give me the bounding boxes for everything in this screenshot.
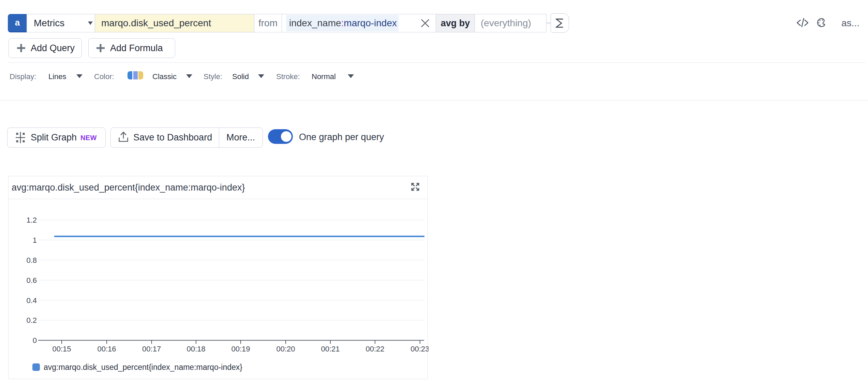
svg-text:00:15: 00:15 [52, 345, 71, 353]
svg-text:0.6: 0.6 [26, 276, 37, 285]
svg-text:00:19: 00:19 [231, 345, 250, 353]
svg-text:00:23: 00:23 [410, 345, 429, 353]
svg-text:0.8: 0.8 [26, 256, 37, 265]
svg-text:1.2: 1.2 [26, 216, 37, 224]
svg-text:00:16: 00:16 [97, 345, 116, 353]
svg-text:00:20: 00:20 [276, 345, 295, 353]
svg-text:0.2: 0.2 [26, 316, 37, 325]
svg-text:0.4: 0.4 [26, 296, 37, 305]
svg-text:00:18: 00:18 [186, 345, 205, 353]
svg-text:00:21: 00:21 [321, 345, 340, 353]
svg-text:1: 1 [33, 236, 37, 244]
svg-text:0: 0 [33, 336, 37, 345]
svg-text:00:22: 00:22 [365, 345, 384, 353]
svg-text:00:17: 00:17 [142, 345, 161, 353]
